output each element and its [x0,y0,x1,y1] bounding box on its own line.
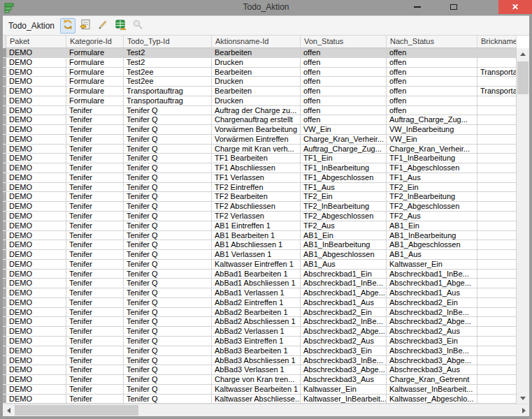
scroll-right-button[interactable] [518,405,529,416]
cell[interactable]: TF2_Ein [301,192,387,202]
cell[interactable]: DEMO [6,288,66,298]
refresh-button[interactable] [60,18,76,34]
cell[interactable]: Tenifer Q [124,308,212,318]
table-row[interactable]: DEMOTeniferTenifer QAB1 Verlassen 1AB1_A… [3,250,517,260]
cell[interactable] [477,183,517,193]
cell[interactable]: Abschreckbad2_Ein [387,298,477,308]
cell[interactable]: Tenifer Q [124,375,212,385]
cell[interactable]: Tenifer Q [124,173,212,183]
table-row[interactable]: DEMOTeniferTenifer QTF2 VerlassenTF2_Abg… [3,212,517,221]
cell[interactable]: Tenifer [66,135,124,145]
cell[interactable]: Tenifer Q [124,385,212,395]
cell[interactable] [477,115,517,125]
cell[interactable]: Abschreckbad3_InBe... [387,346,477,356]
cell[interactable]: TF2_Ein [387,183,477,193]
cell[interactable]: offen [387,58,477,68]
cell[interactable]: DEMO [6,308,66,318]
cell[interactable]: AB1 Bearbeiten 1 [212,231,301,241]
cell[interactable]: TF2_Abgeschlossen [387,202,477,212]
cell[interactable]: DEMO [6,240,66,250]
cell[interactable]: TF1 Verlassen [212,173,301,183]
cell[interactable]: Abschreckbad1_Abge... [301,288,387,298]
table-row[interactable]: DEMOTeniferTenifer QKaltwasser Eintreffe… [3,260,517,270]
cell[interactable] [477,356,517,366]
cell[interactable]: DEMO [6,356,66,366]
cell[interactable]: AB1 Eintreffen 1 [212,221,301,231]
cell[interactable]: DEMO [6,317,66,327]
cell[interactable]: Test2 [124,58,212,68]
cell[interactable]: offen [387,96,477,106]
table-row[interactable]: DEMOTeniferTenifer QTF1 AbschliessenTF1_… [3,163,517,173]
table-row[interactable]: DEMOTeniferTenifer QAbBad2 Abschliessen … [3,317,517,327]
column-header-von-status[interactable]: Von_Status [301,36,387,48]
minimize-button[interactable] [404,0,431,14]
cell[interactable]: Abschreckbad1_InBe... [387,270,477,279]
table-row[interactable]: DEMOTeniferTenifer QChargenauftrag erste… [3,115,517,125]
cell[interactable]: AB1 Verlassen 1 [212,250,301,260]
cell[interactable]: Abschreckbad3_Aus [387,365,477,375]
column-header-aktionsname-id[interactable]: Aktionsname-Id [212,36,301,48]
cell[interactable]: Tenifer Q [124,298,212,308]
maximize-button[interactable] [440,0,467,14]
table-row[interactable]: DEMOTeniferTenifer QKaltwasser Abschlies… [3,395,517,404]
cell[interactable]: DEMO [6,327,66,337]
cell[interactable]: TF2_Abgeschlossen [301,212,387,221]
cell[interactable] [477,288,517,298]
cell[interactable]: Tenifer [66,288,124,298]
table-row[interactable]: DEMOTeniferTenifer QAbBad3 Eintreffen 1A… [3,337,517,346]
cell[interactable]: DEMO [6,106,66,116]
column-header-nach-status[interactable]: Nach_Status [387,36,477,48]
table-row[interactable]: DEMOFormulareTransportauftragDruckenoffe… [3,96,517,106]
table-row[interactable]: DEMOTeniferTenifer QAbBad3 Abschliessen … [3,356,517,366]
cell[interactable]: offen [301,106,387,116]
cell[interactable]: DEMO [6,260,66,270]
cell[interactable]: DEMO [6,163,66,173]
cell[interactable]: TF1_Aus [387,173,477,183]
cell[interactable]: Tenifer [66,395,124,404]
cell[interactable]: AbBad2 Bearbeiten 1 [212,308,301,318]
table-row[interactable]: DEMOTeniferTenifer QTF2 AbschliessenTF2_… [3,202,517,212]
cell[interactable]: VW_InBearbeitung [387,125,477,135]
cell[interactable]: AbBad3 Eintreffen 1 [212,337,301,346]
cell[interactable]: DEMO [6,135,66,145]
cell[interactable]: VW_Ein [301,125,387,135]
cell[interactable]: Kaltwasser_Abgeschlo... [387,395,477,404]
cell[interactable]: offen [387,77,477,87]
cell[interactable]: Test2ee [124,68,212,78]
cell[interactable]: Vorwärmen Eintreffen [212,135,301,145]
cell[interactable]: Vorwärmen Bearbeitung [212,125,301,135]
cell[interactable]: Tenifer Q [124,125,212,135]
cell[interactable]: Tenifer Q [124,395,212,404]
cell[interactable]: DEMO [6,58,66,68]
cell[interactable]: Tenifer Q [124,192,212,202]
table-row[interactable]: DEMOFormulareTest2Druckenoffenoffen [3,58,517,68]
cell[interactable]: TF2 Eintreffen [212,183,301,193]
cell[interactable]: Tenifer [66,163,124,173]
cell[interactable]: DEMO [6,77,66,87]
cell[interactable]: TF1_Ein [301,154,387,163]
cell[interactable]: VW_Ein [387,135,477,145]
cell[interactable]: Transportauftrag [124,87,212,96]
table-row[interactable]: DEMOTeniferTenifer QAB1 Eintreffen 1TF2_… [3,221,517,231]
cell[interactable]: Formulare [66,58,124,68]
column-header-brickname[interactable]: Brickname [477,36,517,48]
table-row[interactable]: DEMOTeniferTenifer QCharge von Kran tren… [3,375,517,385]
edit-button[interactable] [95,18,110,34]
cell[interactable] [477,58,517,68]
cell[interactable]: AbBad1 Bearbeiten 1 [212,270,301,279]
table-row[interactable]: DEMOTeniferTenifer QTF1 VerlassenTF1_Abg… [3,173,517,183]
cell[interactable]: Drucken [212,58,301,68]
cell[interactable]: DEMO [6,145,66,154]
cell[interactable]: TF1_Abgeschlossen [301,173,387,183]
cell[interactable]: Tenifer [66,337,124,346]
open-form-button[interactable] [78,18,93,34]
cell[interactable]: Transportauftrag [124,96,212,106]
cell[interactable]: Abschreckbad1_InBe... [301,279,387,288]
cell[interactable]: Tenifer [66,192,124,202]
cell[interactable]: Charge_Kran_Getrennt [387,375,477,385]
excel-export-button[interactable] [113,18,128,34]
cell[interactable]: Tenifer [66,365,124,375]
cell[interactable]: DEMO [6,395,66,404]
cell[interactable]: Abschreckbad3_Ein [387,337,477,346]
cell[interactable]: Tenifer [66,231,124,241]
